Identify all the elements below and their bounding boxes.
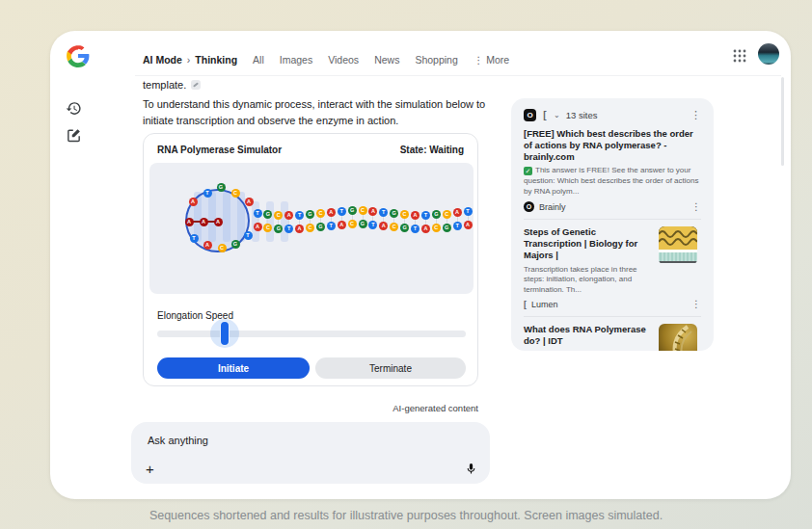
slider-thumb[interactable] (220, 321, 230, 346)
nucleotide-bottom: T (411, 225, 420, 233)
nucleotide-top: G (432, 210, 441, 219)
simulator-state: State: Waiting (400, 145, 464, 155)
brainly-logo: O (524, 201, 534, 212)
nucleotide-top: C (274, 211, 283, 220)
lumen-favicon: [ (540, 110, 550, 120)
source-card: [FREE] Which best describes the order of… (524, 128, 701, 212)
nucleotide-top: G (390, 209, 398, 218)
source-snippet: Transcription takes place in three steps… (524, 265, 651, 296)
ai-generated-label: AI-generated content (143, 403, 478, 413)
nucleotide-bottom: G (443, 224, 451, 232)
browser-window: AI Mode › Thinking All Images Videos New… (50, 31, 791, 499)
thinking-label: Thinking (195, 54, 237, 66)
search-mode-nav: AI Mode › Thinking All Images Videos New… (143, 54, 509, 66)
history-button[interactable] (66, 100, 83, 118)
source-name: Lumen (531, 300, 558, 309)
apps-grid-icon[interactable] (733, 49, 746, 63)
nucleotide-top: A (453, 208, 462, 217)
elongation-speed-slider[interactable] (157, 331, 466, 337)
nucleotide-bottom: T (327, 222, 336, 230)
divider (524, 219, 701, 220)
tab-videos[interactable]: Videos (328, 54, 359, 66)
transcription-diagram-thumbnail[interactable] (659, 226, 697, 265)
initiate-button[interactable]: Initiate (157, 357, 310, 379)
tab-images[interactable]: Images (280, 54, 312, 66)
check-icon: ✓ (524, 167, 532, 175)
bubble-nucleotide-top: T (203, 189, 212, 198)
source-title[interactable]: What does RNA Polymerase do? | IDT (524, 324, 651, 347)
nucleotide-top: C (400, 210, 409, 219)
tab-news[interactable]: News (374, 54, 399, 66)
tab-more[interactable]: ⋮ More (474, 54, 509, 66)
sites-count: 13 sites (566, 110, 598, 120)
panel-menu-icon[interactable]: ⋮ (690, 110, 701, 120)
source-row: O Brainly ⋮ (524, 201, 701, 212)
ask-input[interactable]: Ask anything + (131, 422, 490, 484)
breadcrumb-separator: › (187, 54, 191, 66)
source-title[interactable]: [FREE] Which best describes the order of… (524, 128, 701, 163)
rna-simulator-card: RNA Polymerase Simulator State: Waiting … (143, 133, 478, 386)
breadcrumb: AI Mode › Thinking (143, 54, 237, 66)
lumen-logo: [ (524, 300, 527, 309)
disclaimer-caption: Sequences shortened and results for illu… (0, 509, 812, 522)
tab-shopping[interactable]: Shopping (415, 54, 457, 66)
nucleotide-bottom: A (379, 222, 388, 230)
mrna-nucleotide: A (200, 218, 208, 226)
dna-helix-thumbnail[interactable] (659, 324, 697, 351)
nucleotide-top: T (254, 209, 262, 218)
nucleotide-top: T (338, 207, 346, 216)
scrollbar[interactable] (781, 77, 784, 166)
nucleotide-top: C (316, 209, 325, 218)
source-card: What does RNA Polymerase do? | IDT Book … (524, 324, 701, 351)
attach-plus-icon[interactable]: + (146, 462, 154, 476)
nucleotide-bottom: T (453, 222, 462, 230)
card-menu-icon[interactable]: ⋮ (691, 202, 701, 212)
nucleotide-bottom: C (348, 220, 357, 228)
bubble-nucleotide-top: C (231, 189, 240, 198)
nucleotide-top: T (421, 211, 430, 220)
nucleotide-bottom: T (284, 225, 293, 233)
template-text: template. (143, 79, 186, 91)
nucleotide-bottom: G (400, 224, 409, 232)
bubble-nucleotide-bottom: G (231, 240, 240, 249)
source-row: [ Lumen ⋮ (524, 300, 701, 309)
nucleotide-bottom: G (359, 220, 367, 228)
ai-mode-label[interactable]: AI Mode (143, 54, 182, 66)
terminate-button[interactable]: Terminate (315, 357, 466, 379)
nucleotide-top: T (295, 211, 304, 220)
more-icon: ⋮ (474, 54, 484, 66)
nucleotide-bottom: T (368, 221, 377, 229)
nucleotide-top: A (368, 207, 377, 216)
simulator-canvas[interactable]: TAGCCGATTAGCCGATTAGCCGATTAGCCGATTAGCCGAT… (149, 163, 474, 294)
mic-icon[interactable] (465, 462, 477, 476)
google-logo[interactable] (66, 43, 91, 68)
avatar[interactable] (758, 43, 779, 65)
simulator-title: RNA Polymerase Simulator (157, 145, 282, 155)
card-menu-icon[interactable]: ⋮ (691, 300, 701, 309)
nucleotide-bottom: C (306, 224, 314, 232)
source-card: Steps of Genetic Transcription | Biology… (524, 226, 701, 309)
tab-all[interactable]: All (253, 54, 264, 66)
sites-row[interactable]: O [ ⌄ 13 sites ⋮ (524, 109, 701, 121)
nucleotide-bottom: G (316, 223, 325, 231)
mrna-nucleotide: A (185, 218, 194, 226)
nucleotide-bottom: C (432, 224, 441, 232)
bubble-nucleotide-bottom: T (244, 231, 253, 240)
source-snippet: ✓This answer is FREE! See the answer to … (524, 166, 701, 197)
nucleotide-bottom: A (295, 225, 304, 233)
bubble-nucleotide-bottom: C (218, 244, 227, 252)
nucleotide-top: A (327, 208, 336, 217)
nucleotide-bottom: A (421, 225, 430, 233)
nucleotide-top: T (464, 207, 473, 216)
header-divider (135, 75, 781, 76)
new-chat-button[interactable] (66, 127, 83, 145)
dna-rung (252, 201, 259, 242)
nucleotide-bottom: A (464, 221, 473, 229)
nucleotide-bottom: A (338, 221, 346, 229)
citation-chip-icon[interactable] (191, 80, 201, 90)
source-title[interactable]: Steps of Genetic Transcription | Biology… (524, 226, 651, 261)
bubble-nucleotide-bottom: T (190, 234, 199, 243)
nucleotide-bottom: A (254, 223, 262, 231)
nucleotide-top: G (306, 210, 314, 219)
brainly-favicon: O (524, 109, 536, 121)
